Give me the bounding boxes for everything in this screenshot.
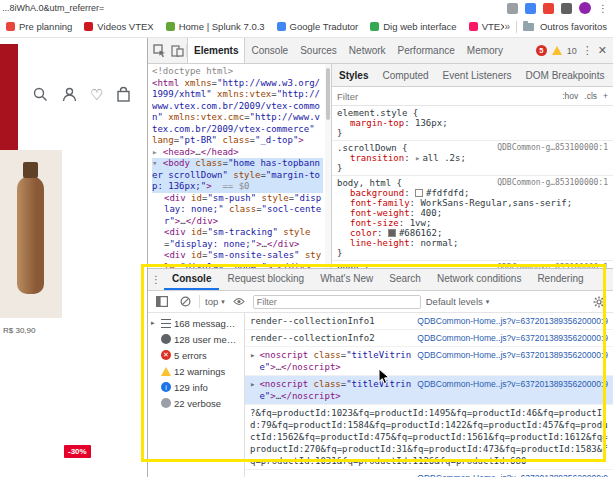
styles-subtab-dom-breakpoints[interactable]: DOM Breakpoints	[519, 70, 612, 81]
drawer-tab-what-s-new[interactable]: What's New	[312, 269, 381, 290]
console-sidebar-label: 129 info	[174, 382, 208, 393]
extension-icon[interactable]	[561, 3, 572, 14]
styles-toolbar-toggle[interactable]: .cls	[584, 91, 597, 101]
other-bookmarks-label[interactable]: Outros favoritos	[540, 21, 607, 32]
devtools-tab-network[interactable]: Network	[343, 38, 392, 63]
console-filter-input[interactable]	[253, 295, 421, 309]
drawer-tab-rendering[interactable]: Rendering	[529, 269, 591, 290]
profile-avatar[interactable]	[579, 2, 591, 14]
console-sidebar-item[interactable]: 22 verbose	[148, 395, 244, 411]
extension-icon[interactable]	[543, 3, 554, 14]
css-declaration[interactable]: font-family: WorkSans-Regular,sans-serif…	[337, 198, 608, 208]
clear-console-icon[interactable]	[176, 293, 194, 311]
bookmark-item[interactable]: VTEX Community	[469, 21, 505, 32]
styles-subtab-event-listeners[interactable]: Event Listeners	[436, 70, 519, 81]
css-declaration[interactable]: font-weight: 400;	[337, 208, 608, 218]
devtools-tab-memory[interactable]: Memory	[461, 38, 509, 63]
warning-badge-icon[interactable]	[552, 46, 562, 55]
console-settings-gear-icon[interactable]	[590, 293, 608, 311]
devtools-tab-sources[interactable]: Sources	[294, 38, 343, 63]
devtools-close-icon[interactable]: ✕	[598, 44, 607, 57]
styles-toolbar-toggle[interactable]: :hov	[562, 91, 578, 101]
color-swatch[interactable]	[415, 189, 423, 197]
extension-icon[interactable]	[525, 3, 536, 14]
css-declaration[interactable]: line-height: normal;	[337, 238, 608, 248]
console-sidebar-item[interactable]: i129 info	[148, 379, 244, 395]
console-source-link[interactable]: QDBCommon-Home..js?v=63720138935620000:9	[417, 349, 608, 361]
dom-tree-node[interactable]: ▸ <head>…</head>	[152, 147, 323, 159]
inspect-icon[interactable]	[150, 42, 168, 60]
devtools-tab-performance[interactable]: Performance	[392, 38, 461, 63]
product-image[interactable]	[0, 150, 62, 318]
scrollbar-thumb[interactable]	[326, 68, 330, 120]
console-message[interactable]: ▸<noscript class="titleVitrine">…</noscr…	[245, 347, 613, 376]
drawer-menu-icon[interactable]: ⋮	[148, 274, 164, 285]
account-icon[interactable]	[61, 86, 78, 103]
bookmark-item[interactable]: Google Tradutor	[277, 21, 359, 32]
styles-subtab-styles[interactable]: Styles	[332, 70, 375, 81]
address-bar-text[interactable]: ...8iWhA.0&utm_referrer=	[2, 3, 104, 13]
expand-arrow-icon[interactable]: ▸	[250, 349, 255, 361]
console-sidebar-toggle-icon[interactable]	[153, 293, 171, 311]
bookmark-item[interactable]: Home | Splunk 7.0.3	[166, 21, 265, 32]
console-sidebar-item[interactable]: 128 user me…	[148, 331, 244, 347]
css-declaration[interactable]: margin-top: 136px;	[337, 118, 608, 128]
devtools-tab-elements[interactable]: Elements	[187, 38, 245, 63]
cart-bag-icon[interactable]	[115, 86, 132, 103]
bookmark-item[interactable]: Pre planning	[6, 21, 72, 32]
console-sidebar-item[interactable]: ✕5 errors	[148, 347, 244, 363]
console-message[interactable]: render--collectionInfo1QDBCommon-Home..j…	[245, 313, 613, 330]
extension-icon[interactable]	[507, 3, 518, 14]
scrollbar[interactable]	[325, 64, 331, 268]
console-message[interactable]: QDBCommon-Home..js?v=63720138935620000:9	[245, 470, 613, 477]
css-declaration[interactable]: transition: ▸all .2s;	[337, 153, 608, 163]
css-declaration[interactable]: background: #fdfdfd;	[337, 188, 608, 198]
stylesheet-source-link[interactable]: QDBCommon-g…853100000:1	[497, 178, 608, 188]
drawer-tab-network-conditions[interactable]: Network conditions	[429, 269, 529, 290]
device-toolbar-icon[interactable]	[168, 42, 186, 60]
css-declaration[interactable]: color: #686162;	[337, 228, 608, 238]
console-source-link[interactable]: QDBCommon-Home..js?v=63720138935620000:9	[417, 332, 608, 344]
expand-arrow-icon[interactable]: ▸	[250, 378, 255, 390]
dom-tree-node[interactable]: ▾ <body class="home has-topbanner scroll…	[152, 158, 323, 193]
error-badge-icon[interactable]: 5	[536, 45, 547, 56]
styles-toolbar-toggle[interactable]: +	[603, 91, 608, 101]
rule-selector[interactable]: body, html	[337, 178, 391, 188]
console-source-link[interactable]: QDBCommon-Home..js?v=63720138935620000:9	[417, 472, 608, 477]
live-expression-eye-icon[interactable]	[230, 293, 248, 311]
dom-tree-node[interactable]: <div id="sm-tracking" style="display: no…	[152, 227, 323, 250]
dom-tree-node[interactable]: <div id="sm-push" style="display: none;"…	[152, 193, 323, 228]
console-sidebar-item[interactable]: ▸168 messag…	[148, 315, 244, 331]
bookmark-item[interactable]: Videos VTEX	[84, 21, 153, 32]
console-sidebar-item[interactable]: 12 warnings	[148, 363, 244, 379]
styles-subtab-computed[interactable]: Computed	[375, 70, 435, 81]
stylesheet-source-link[interactable]: QDBCommon-g…853100000:1	[497, 143, 608, 153]
drawer-tab-console[interactable]: Console	[164, 269, 219, 290]
css-declaration[interactable]: font-size: 1vw;	[337, 218, 608, 228]
bookmark-item[interactable]: Dig web interface	[370, 21, 456, 32]
console-source-link[interactable]: QDBCommon-Home..js?v=63720138935620000:9	[417, 378, 608, 390]
drawer-tab-search[interactable]: Search	[381, 269, 429, 290]
console-context-selector[interactable]: top▾	[205, 296, 225, 307]
dom-tree-node[interactable]: <!doctype html>	[152, 66, 323, 78]
devtools-tab-console[interactable]: Console	[245, 38, 294, 63]
browser-menu-icon[interactable]: ⋮	[598, 3, 608, 14]
rule-selector[interactable]: element.style	[337, 108, 407, 118]
console-levels-dropdown[interactable]: Default levels▾	[426, 296, 490, 307]
console-message[interactable]: ?&fq=productId:1023&fq=productId:1495&fq…	[245, 405, 613, 470]
rule-selector[interactable]: .scrollDown	[337, 143, 397, 153]
console-source-link[interactable]: QDBCommon-Home..js?v=63720138935620000:9	[417, 315, 608, 327]
console-message[interactable]: render--collectionInfo2QDBCommon-Home..j…	[245, 330, 613, 347]
search-icon[interactable]	[32, 86, 49, 103]
drawer-tab-request-blocking[interactable]: Request blocking	[219, 269, 312, 290]
bookmarks-overflow-icon[interactable]: »	[504, 21, 510, 32]
styles-filter-input[interactable]	[337, 91, 562, 102]
console-message[interactable]: ▸<noscript class="titleVitrine">…</noscr…	[245, 376, 613, 405]
wishlist-heart-icon[interactable]: ♡	[90, 86, 103, 103]
dom-tree-node[interactable]: <div id="sm-onsite-sales" style="display…	[152, 250, 323, 268]
css-property-name: background	[350, 188, 404, 198]
expand-shorthand-icon[interactable]: ▸	[415, 153, 420, 163]
devtools-menu-icon[interactable]: ⋮	[582, 44, 593, 57]
color-swatch[interactable]	[388, 229, 396, 237]
dom-tree-node[interactable]: <html xmlns="http://www.w3.org/1999/xhtm…	[152, 78, 323, 147]
